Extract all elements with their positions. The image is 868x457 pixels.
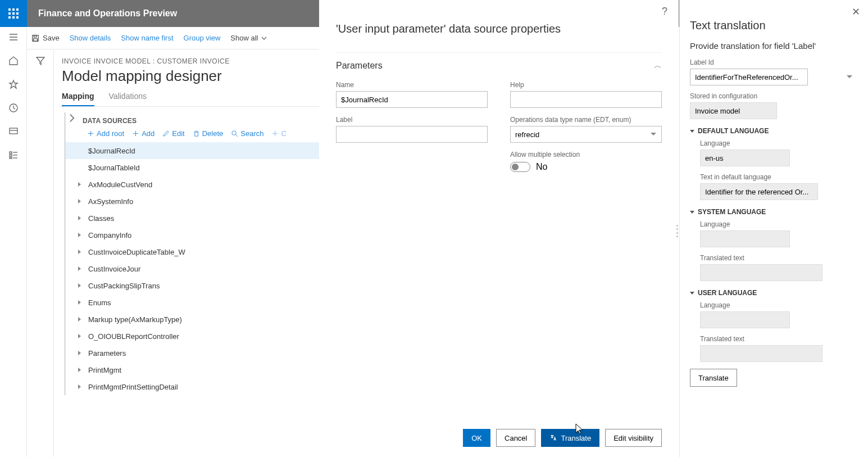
tree-item-label: Enums [88, 298, 111, 307]
system-language-input[interactable] [700, 230, 790, 247]
add-root-button[interactable]: Add root [87, 129, 124, 138]
tree-item[interactable]: AxSystemInfo [66, 193, 319, 210]
svg-rect-23 [34, 38, 38, 40]
tree-item[interactable]: CustPackingSlipTrans [66, 277, 319, 294]
svg-line-32 [236, 134, 238, 137]
chevron-right-icon[interactable] [67, 114, 76, 123]
filter-column [27, 49, 54, 457]
properties-title: 'User input parameter' data source prope… [336, 22, 662, 35]
chevron-up-icon: ︿ [654, 61, 662, 71]
tree-item[interactable]: PrintMgmtPrintSettingDetail [66, 378, 319, 395]
tree-item[interactable]: CustInvoiceJour [66, 260, 319, 277]
help-icon[interactable]: ? [662, 6, 667, 17]
svg-rect-1 [12, 8, 15, 11]
search-button[interactable]: Search [231, 129, 263, 138]
label-input[interactable] [336, 126, 488, 143]
parameters-section-header[interactable]: Parameters ︿ [336, 52, 662, 71]
left-rail [0, 27, 27, 457]
user-language-header[interactable]: USER LANGUAGE [690, 289, 858, 297]
help-input[interactable] [510, 91, 662, 108]
translate-button[interactable]: Translate [541, 429, 599, 447]
tree-item-label: PrintMgmt [88, 366, 121, 374]
user-text-input[interactable] [700, 345, 822, 362]
save-button[interactable]: Save [31, 34, 60, 42]
recent-icon[interactable] [8, 102, 19, 114]
home-icon[interactable] [8, 55, 19, 66]
tab-validations[interactable]: Validations [109, 92, 147, 106]
system-text-input[interactable] [700, 264, 822, 281]
tree-item-label: AxSystemInfo [88, 197, 133, 206]
ok-button[interactable]: OK [463, 429, 490, 447]
tree-item-label: CustInvoiceDuplicateTable_W [88, 248, 185, 256]
caret-icon [78, 199, 81, 203]
default-language-header[interactable]: DEFAULT LANGUAGE [690, 127, 858, 135]
tree-item-label: AxModuleCustVend [88, 180, 152, 189]
caret-icon [78, 368, 81, 372]
allow-multiple-toggle[interactable] [510, 162, 530, 172]
svg-rect-22 [34, 35, 36, 37]
tree-item-label: Parameters [88, 349, 126, 358]
caret-icon [78, 334, 81, 338]
show-details-button[interactable]: Show details [70, 34, 111, 42]
tree-item[interactable]: CompanyInfo [66, 227, 319, 243]
tree-item[interactable]: AxModuleCustVend [66, 176, 319, 193]
user-language-input[interactable] [700, 311, 790, 328]
close-icon[interactable]: ✕ [852, 6, 860, 18]
filter-icon[interactable] [35, 55, 46, 66]
more-button[interactable]: C [271, 129, 286, 138]
label-id-input[interactable] [690, 69, 808, 85]
svg-rect-16 [10, 155, 12, 156]
properties-footer: OK Cancel Translate Edit visibility [463, 429, 662, 447]
allow-multiple-field: Allow multiple selection No [510, 151, 662, 172]
save-label: Save [43, 34, 60, 42]
tree-item[interactable]: CustInvoiceDuplicateTable_W [66, 243, 319, 260]
group-view-button[interactable]: Group view [184, 34, 221, 42]
tree-item-label: CompanyInfo [88, 231, 131, 239]
tree-item[interactable]: PrintMgmt [66, 361, 319, 378]
caret-icon [78, 216, 81, 220]
tree-item[interactable]: $JournalTableId [66, 159, 319, 176]
svg-rect-4 [12, 12, 15, 15]
properties-panel: ? 'User input parameter' data source pro… [319, 0, 679, 457]
modules-icon[interactable] [8, 150, 19, 161]
caret-icon [78, 351, 81, 355]
tree-item[interactable]: $JournalRecId [66, 142, 319, 159]
hamburger-icon[interactable] [8, 31, 19, 43]
svg-rect-0 [8, 8, 11, 11]
caret-icon [78, 233, 81, 237]
default-text-input [700, 183, 818, 200]
caret-icon [78, 182, 81, 187]
workspace-icon[interactable] [8, 126, 19, 137]
tree-item[interactable]: Enums [66, 294, 319, 311]
translate-action-button[interactable]: Translate [690, 369, 737, 387]
name-input[interactable] [336, 91, 488, 108]
tree-item-label: CustInvoiceJour [88, 265, 140, 273]
system-language-header[interactable]: SYSTEM LANGUAGE [690, 208, 858, 216]
tree-item[interactable]: Markup type(AxMarkupType) [66, 311, 319, 328]
caret-icon [78, 384, 81, 389]
datasources-header: DATA SOURCES [66, 112, 319, 129]
svg-rect-8 [16, 16, 19, 19]
tab-mapping[interactable]: Mapping [62, 92, 94, 106]
tree-item[interactable]: Classes [66, 210, 319, 227]
tree-item[interactable]: Parameters [66, 345, 319, 361]
page-title: Model mapping designer [62, 67, 319, 85]
splitter-handle[interactable] [676, 225, 680, 237]
tree-item[interactable]: O_OIOUBLReportController [66, 328, 319, 345]
tree-item-label: Classes [88, 214, 114, 223]
cancel-button[interactable]: Cancel [496, 429, 535, 447]
svg-rect-28 [194, 132, 198, 136]
show-name-first-button[interactable]: Show name first [121, 34, 173, 42]
waffle-icon[interactable] [0, 0, 27, 27]
star-icon[interactable] [8, 79, 19, 90]
tree-item-label: PrintMgmtPrintSettingDetail [88, 383, 178, 391]
label-id-field: Label Id [690, 58, 858, 85]
show-all-button[interactable]: Show all [230, 34, 267, 42]
delete-button[interactable]: Delete [193, 129, 224, 138]
edit-visibility-button[interactable]: Edit visibility [605, 429, 662, 447]
edt-input[interactable] [510, 126, 662, 143]
add-button[interactable]: Add [132, 129, 154, 138]
stored-input [690, 102, 777, 119]
svg-rect-15 [10, 152, 12, 153]
edit-button[interactable]: Edit [162, 129, 184, 138]
